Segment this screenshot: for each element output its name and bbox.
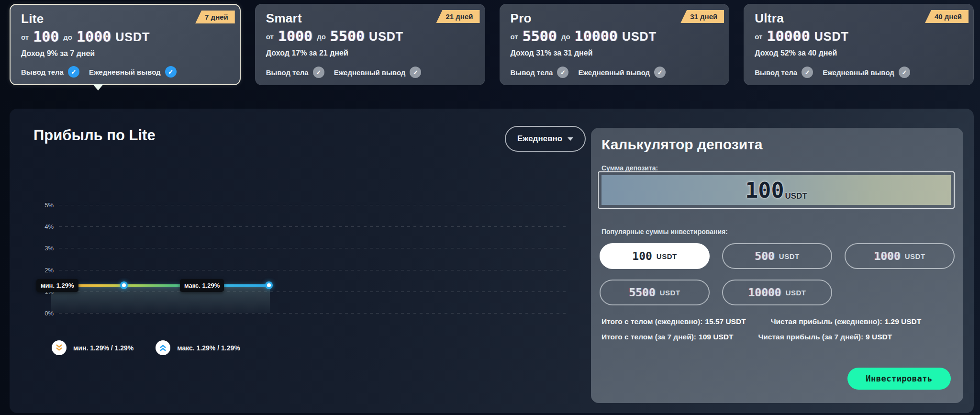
chart-max-tooltip: макс. 1.29% <box>180 279 224 292</box>
range-currency: USDT <box>369 30 403 44</box>
range-max-value: 5500 <box>330 29 365 44</box>
range-to-label: до <box>561 33 570 41</box>
summary-item: Чистая прибыль (ежедневно):1.29 USDT <box>771 317 922 326</box>
duration-badge: 31 дней <box>680 10 724 23</box>
double-chevron-up-icon <box>156 340 170 355</box>
period-dropdown-label: Ежедневно <box>517 134 562 144</box>
range-currency: USDT <box>115 30 150 44</box>
selected-card-pointer <box>93 84 103 90</box>
summary-item: Итого с телом (ежедневно):15.57 USDT <box>601 317 746 326</box>
gridline <box>59 313 567 314</box>
feature-label: Вывод тела <box>511 68 553 77</box>
range-min-value: 1000 <box>278 29 312 44</box>
plan-profit: Доход 17% за 21 дней <box>266 49 474 57</box>
invest-button[interactable]: Инвестировать <box>847 368 951 390</box>
investment-page: 7 днейLiteот100до1000USDTДоход 9% за 7 д… <box>0 0 980 415</box>
gridline <box>59 270 567 270</box>
feature-label: Вывод тела <box>21 68 64 76</box>
duration-badge: 40 дней <box>925 10 969 23</box>
check-icon: ✓ <box>68 66 79 78</box>
feature-label: Вывод тела <box>266 68 309 77</box>
summary-label: Итого с телом (за 7 дней): <box>601 333 696 341</box>
range-currency: USDT <box>622 30 657 44</box>
chart-min-tooltip: мин. 1.29% <box>36 279 78 292</box>
preset-amount-currency: USDT <box>657 252 677 260</box>
gridline <box>59 226 567 227</box>
check-icon: ✓ <box>313 67 324 78</box>
range-max-value: 10000 <box>575 29 618 44</box>
deposit-calculator-panel: Калькулятор депозита Сумма депозита: 100… <box>591 128 963 403</box>
preset-amount-value: 10000 <box>748 286 781 299</box>
feature-label: Ежедневный вывод <box>89 68 161 76</box>
range-min-value: 100 <box>33 30 59 44</box>
summary-label: Чистая прибыль (ежедневно): <box>771 317 882 325</box>
period-dropdown[interactable]: Ежедневно <box>505 126 586 152</box>
plan-range: от10000USDT <box>755 29 963 44</box>
chart-point-mid[interactable] <box>120 281 128 289</box>
preset-amounts-row-2: 5500USDT10000USDT <box>600 280 832 305</box>
plan-range: от1000до5500USDT <box>266 29 474 44</box>
range-to-label: до <box>63 33 72 41</box>
summary-value: 109 USDT <box>699 333 733 341</box>
feature-item: Вывод тела✓ <box>266 67 324 78</box>
popular-amounts-label: Популярные суммы инвестирования: <box>601 228 728 236</box>
summary-value: 1.29 USDT <box>885 317 922 325</box>
chart-line <box>50 284 270 287</box>
summary-item: Итого с телом (за 7 дней):109 USDT <box>601 333 733 341</box>
chevron-down-icon <box>568 137 573 141</box>
summary-row-total: Итого с телом (за 7 дней):109 USDTЧистая… <box>601 333 892 341</box>
preset-amounts-row-1: 100USDT500USDT1000USDT <box>600 243 955 269</box>
range-max-value: 1000 <box>77 30 111 44</box>
plan-profit: Доход 52% за 40 дней <box>755 49 963 57</box>
plan-card-ultra[interactable]: 40 днейUltraот10000USDTДоход 52% за 40 д… <box>744 4 974 85</box>
plan-range: от5500до10000USDT <box>511 29 719 44</box>
preset-amount-currency: USDT <box>779 252 800 260</box>
feature-label: Ежедневный вывод <box>334 68 406 77</box>
summary-item: Чистая прибыль (за 7 дней):9 USDT <box>758 333 892 341</box>
plan-features: Вывод тела✓Ежедневный вывод✓ <box>755 67 910 78</box>
feature-item: Ежедневный вывод✓ <box>89 66 177 78</box>
plan-card-lite[interactable]: 7 днейLiteот100до1000USDTДоход 9% за 7 д… <box>10 4 241 85</box>
check-icon: ✓ <box>557 67 568 78</box>
feature-label: Ежедневный вывод <box>823 68 894 77</box>
y-axis-tick-label: 4% <box>23 223 54 230</box>
preset-amount-button-5500[interactable]: 5500USDT <box>600 280 710 305</box>
range-min-value: 5500 <box>523 29 557 44</box>
summary-label: Чистая прибыль (за 7 дней): <box>758 333 863 341</box>
preset-amount-button-1000[interactable]: 1000USDT <box>845 243 955 269</box>
feature-item: Ежедневный вывод✓ <box>334 67 422 78</box>
y-axis-tick-label: 2% <box>23 266 54 273</box>
summary-value: 9 USDT <box>866 333 892 341</box>
plan-cards-row: 7 днейLiteот100до1000USDTДоход 9% за 7 д… <box>10 4 974 85</box>
check-icon: ✓ <box>802 67 813 78</box>
main-panel: Прибыль по Lite Ежедневно 5%4%3%2%1%0% м… <box>10 109 974 413</box>
calculator-title: Калькулятор депозита <box>601 136 763 153</box>
preset-amount-button-500[interactable]: 500USDT <box>722 243 832 269</box>
chart-point-end[interactable] <box>265 281 273 289</box>
plan-features: Вывод тела✓Ежедневный вывод✓ <box>266 67 422 78</box>
duration-badge: 7 дней <box>195 11 235 23</box>
check-icon: ✓ <box>654 67 666 78</box>
feature-label: Вывод тела <box>755 68 797 77</box>
plan-card-smart[interactable]: 21 днейSmartот1000до5500USDTДоход 17% за… <box>255 4 485 85</box>
plan-range: от100до1000USDT <box>21 30 229 44</box>
chart-legend: мин. 1.29% / 1.29% макс. 1.29% / 1.29% <box>52 340 240 355</box>
preset-amount-currency: USDT <box>905 252 925 260</box>
preset-amount-value: 5500 <box>629 286 655 299</box>
preset-amount-value: 1000 <box>874 250 900 262</box>
plan-card-pro[interactable]: 31 днейProот5500до10000USDTДоход 31% за … <box>500 4 730 85</box>
deposit-amount-display: 100 USDT <box>601 175 951 205</box>
y-axis-tick-label: 5% <box>23 202 54 209</box>
summary-label: Итого с телом (ежедневно): <box>601 317 702 325</box>
deposit-amount-currency: USDT <box>785 191 807 201</box>
preset-amount-button-10000[interactable]: 10000USDT <box>722 280 832 305</box>
preset-amount-button-100[interactable]: 100USDT <box>600 243 710 269</box>
preset-amount-currency: USDT <box>786 289 806 297</box>
deposit-amount-input[interactable]: 100 USDT <box>598 171 955 209</box>
preset-amount-currency: USDT <box>660 289 680 297</box>
summary-value: 15.57 USDT <box>705 317 746 325</box>
legend-item-min: мин. 1.29% / 1.29% <box>52 340 134 355</box>
range-from-label: от <box>266 33 274 41</box>
feature-item: Вывод тела✓ <box>511 67 569 78</box>
plan-features: Вывод тела✓Ежедневный вывод✓ <box>511 67 666 78</box>
